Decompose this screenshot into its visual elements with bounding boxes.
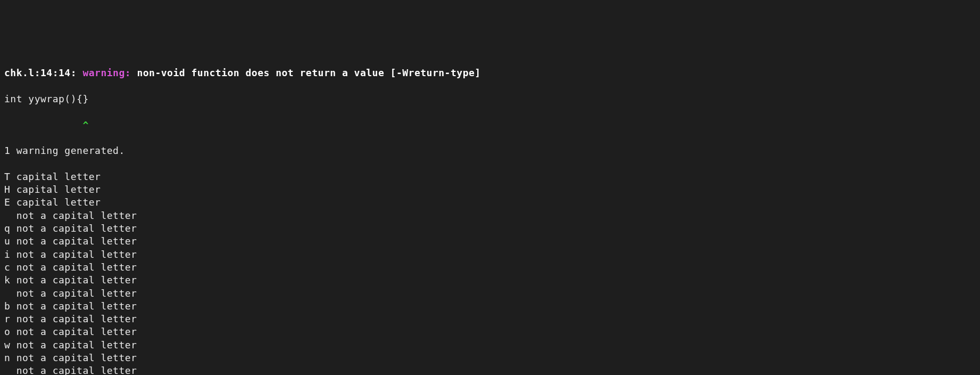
output-line: E capital letter [4, 196, 976, 209]
caret-indicator: ^ [4, 119, 976, 132]
output-line: not a capital letter [4, 287, 976, 300]
output-line: r not a capital letter [4, 313, 976, 325]
output-line: not a capital letter [4, 364, 976, 375]
output-line: o not a capital letter [4, 325, 976, 338]
terminal-output[interactable]: chk.l:14:14: warning: non-void function … [4, 54, 976, 375]
output-line: not a capital letter [4, 209, 976, 222]
warning-summary: 1 warning generated. [4, 144, 976, 157]
compiler-diagnostic-line: chk.l:14:14: warning: non-void function … [4, 67, 976, 79]
warning-keyword: warning: [82, 67, 131, 78]
warning-message: non-void function does not return a valu… [137, 67, 480, 78]
output-line: u not a capital letter [4, 235, 976, 248]
output-line: q not a capital letter [4, 222, 976, 235]
output-line: c not a capital letter [4, 261, 976, 274]
output-line: n not a capital letter [4, 352, 976, 364]
output-line: H capital letter [4, 183, 976, 196]
output-line: b not a capital letter [4, 300, 976, 313]
file-location: chk.l:14:14: [4, 67, 77, 78]
source-code-line: int yywrap(){} [4, 93, 976, 105]
output-line: i not a capital letter [4, 248, 976, 261]
output-line: T capital letter [4, 170, 976, 183]
output-line: w not a capital letter [4, 339, 976, 352]
output-line: k not a capital letter [4, 274, 976, 287]
